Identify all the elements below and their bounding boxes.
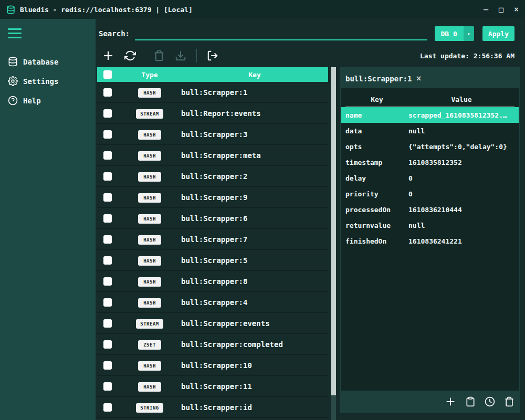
sidebar-item-help[interactable]: Help — [0, 91, 96, 110]
db-select[interactable]: DB 0 ▾ — [435, 26, 474, 41]
detail-row[interactable]: data null — [341, 123, 519, 139]
minimize-icon[interactable]: – — [484, 6, 488, 14]
key-name: bull:Scrapper:4 — [181, 298, 328, 307]
detail-row[interactable]: finishedOn 1610836241221 — [341, 233, 519, 249]
type-badge: HASH — [138, 130, 161, 140]
scrollbar-thumb[interactable] — [331, 67, 336, 395]
table-row[interactable]: HASH bull:Scrapper:7 — [97, 229, 328, 250]
row-checkbox[interactable] — [103, 214, 112, 223]
content: Type Key HASH bull:Scrapper:1 STREAM bul… — [96, 67, 525, 420]
detail-row[interactable]: opts {"attempts":0,"delay":0} — [341, 139, 519, 154]
delete-key-icon[interactable] — [504, 396, 514, 407]
apply-button[interactable]: Apply — [482, 26, 514, 41]
row-checkbox[interactable] — [103, 235, 112, 244]
key-list: HASH bull:Scrapper:1 STREAM bull:Report:… — [97, 82, 328, 418]
key-name: bull:Scrapper:1 — [181, 88, 328, 97]
row-checkbox[interactable] — [103, 88, 112, 97]
maximize-icon[interactable]: □ — [499, 6, 503, 14]
detail-row[interactable]: timestamp 1610835812352 — [341, 154, 519, 170]
type-badge: HASH — [138, 214, 161, 224]
detail-row[interactable]: delay 0 — [341, 170, 519, 186]
table-row[interactable]: ZSET bull:Scrapper:completed — [97, 334, 328, 355]
table-row[interactable]: HASH bull:Scrapper:5 — [97, 250, 328, 271]
row-checkbox[interactable] — [103, 298, 112, 307]
field-value: null — [408, 127, 514, 135]
search-input[interactable] — [135, 27, 427, 40]
key-name: bull:Scrapper:id — [181, 403, 328, 412]
close-icon[interactable]: × — [514, 6, 519, 14]
field-value: null — [408, 222, 514, 229]
type-badge: HASH — [138, 88, 161, 98]
table-row[interactable]: HASH bull:Scrapper:11 — [97, 376, 328, 397]
sidebar-item-settings[interactable]: Settings — [0, 71, 96, 91]
row-checkbox[interactable] — [103, 340, 112, 349]
copy-icon[interactable] — [465, 396, 476, 407]
type-badge: ZSET — [138, 340, 161, 350]
table-row[interactable]: STREAM bull:Scrapper:events — [97, 313, 328, 334]
gear-icon — [8, 76, 18, 86]
row-checkbox[interactable] — [103, 382, 112, 391]
table-row[interactable]: HASH bull:Scrapper:6 — [97, 208, 328, 229]
table-row[interactable]: HASH bull:Scrapper:meta — [97, 145, 328, 166]
refresh-icon[interactable] — [124, 50, 136, 61]
db-select-value: DB 0 — [435, 26, 464, 41]
table-row[interactable]: HASH bull:Scrapper:1 — [97, 82, 328, 103]
detail-row[interactable]: priority 0 — [341, 186, 519, 202]
table-row[interactable]: HASH bull:Scrapper:9 — [97, 187, 328, 208]
key-name: bull:Scrapper:8 — [181, 277, 328, 286]
field-key: name — [345, 111, 408, 119]
detail-row[interactable]: processedOn 1610836210444 — [341, 202, 519, 217]
type-badge: STRING — [136, 403, 163, 413]
ttl-clock-icon[interactable] — [485, 396, 495, 407]
detail-value-header: Value — [408, 96, 514, 103]
row-checkbox[interactable] — [103, 109, 112, 118]
sidebar-item-label: Help — [23, 97, 41, 105]
key-name: bull:Scrapper:meta — [181, 151, 328, 160]
detail-table-header: Key Value — [345, 92, 514, 107]
delete-icon[interactable] — [153, 50, 165, 61]
type-badge: HASH — [138, 382, 161, 392]
menu-toggle-icon[interactable] — [8, 28, 22, 38]
key-name: bull:Scrapper:6 — [181, 214, 328, 223]
window-controls: – □ × — [484, 6, 519, 14]
chevron-down-icon: ▾ — [464, 26, 474, 41]
export-icon[interactable] — [207, 50, 218, 61]
table-row[interactable]: HASH bull:Scrapper:2 — [97, 166, 328, 187]
detail-row[interactable]: name scrapped_1610835812352.… — [341, 107, 519, 123]
select-all-checkbox[interactable] — [103, 70, 112, 79]
type-badge: HASH — [138, 193, 161, 203]
row-checkbox[interactable] — [103, 361, 112, 370]
close-detail-icon[interactable]: × — [416, 74, 421, 83]
add-key-icon[interactable] — [102, 49, 114, 62]
titlebar: Bluedis - redis://localhost:6379 | [Loca… — [0, 0, 525, 19]
table-row[interactable]: HASH bull:Scrapper:3 — [97, 124, 328, 145]
sidebar-item-database[interactable]: Database — [0, 52, 96, 71]
table-row[interactable]: HASH bull:Scrapper:4 — [97, 292, 328, 313]
detail-row[interactable]: returnvalue null — [341, 217, 519, 233]
row-checkbox[interactable] — [103, 172, 112, 181]
table-row[interactable]: HASH bull:Scrapper:8 — [97, 271, 328, 292]
field-value: 1610835812352 — [408, 159, 514, 166]
key-name: bull:Scrapper:5 — [181, 256, 328, 265]
row-checkbox[interactable] — [103, 319, 112, 328]
field-key: data — [345, 127, 408, 135]
row-checkbox[interactable] — [103, 256, 112, 265]
table-row[interactable]: STRING bull:Scrapper:id — [97, 397, 328, 418]
table-row[interactable]: HASH bull:Scrapper:10 — [97, 355, 328, 376]
row-checkbox[interactable] — [103, 130, 112, 139]
detail-table: Key Value name scrapped_1610835812352.… … — [341, 88, 519, 391]
sidebar: Database Settings Help — [0, 19, 96, 420]
type-badge: HASH — [138, 256, 161, 266]
key-column-header: Key — [181, 71, 328, 79]
field-key: priority — [345, 190, 408, 198]
row-checkbox[interactable] — [103, 403, 112, 412]
key-name: bull:Scrapper:completed — [181, 340, 328, 349]
row-checkbox[interactable] — [103, 151, 112, 160]
row-checkbox[interactable] — [103, 193, 112, 202]
toolbar: Last update: 2:56:36 AM — [96, 43, 525, 67]
add-field-icon[interactable] — [445, 396, 456, 407]
table-row[interactable]: STREAM bull:Report:events — [97, 103, 328, 124]
row-checkbox[interactable] — [103, 277, 112, 286]
download-icon[interactable] — [175, 50, 186, 61]
detail-panel: bull:Scrapper:1 × Key Value name scrappe… — [340, 67, 520, 413]
